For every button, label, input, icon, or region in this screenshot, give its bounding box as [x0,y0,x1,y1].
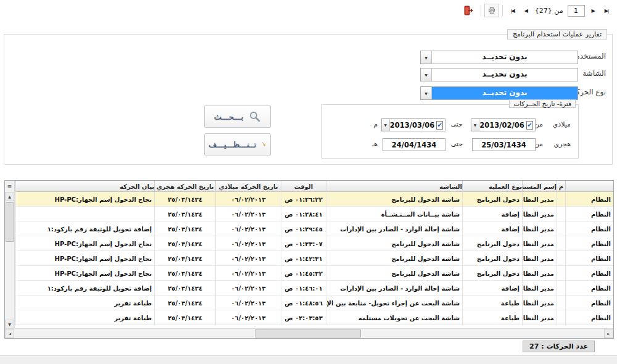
table-cell: النظام [565,221,613,236]
vertical-scrollbar[interactable]: ▲ ▼ [5,192,15,329]
table-row[interactable]: النظاممدير النظامدخول البرنامجشاشة الدخو… [15,251,613,266]
table-cell: مدير النظام [522,266,557,281]
dropdown-button[interactable]: ▼ [382,119,390,131]
table-cell: ٠٦/٠٢/٢٠١٣ [215,192,281,207]
gregorian-to-datepicker[interactable]: ✔ 2013/03/06 ▼ [381,118,445,131]
print-button[interactable] [484,4,499,17]
table-cell: دخول البرنامج [462,192,522,207]
gregorian-from-datepicker[interactable]: ✔ 2013/02/06 ▼ [471,118,536,131]
table-row[interactable]: النظاممدير النظامإضافةشاشة بيــانات المـ… [15,207,613,221]
table-row[interactable]: النظاممدير النظامدخول البرنامجشاشة الدخو… [15,266,613,281]
table-cell: شاشة الدخول للبرنامج [326,192,462,207]
nav-move-prev-button[interactable]: ▶ [587,4,599,17]
dropdown-button[interactable]: ▼ [471,119,479,131]
grid-corner-button[interactable]: ≡ [5,181,15,192]
action-type-filter-combo[interactable]: بدون تحديــد ▼ [420,86,578,100]
top-toolbar: ▶| ▶ من {27} ◀ |◀ [458,3,613,18]
screen-filter-combo[interactable]: بدون تحديــد ▼ [420,68,578,81]
table-cell: طباعة [462,310,522,325]
table-cell: إضافة [462,281,522,296]
nav-move-last-button[interactable]: |◀ [506,4,518,17]
table-row[interactable]: النظاممدير النظامدخول البرنامجشاشة الدخو… [15,236,613,251]
broom-icon [262,138,267,151]
bottom-strip [0,355,617,364]
table-row[interactable]: النظاممدير النظامطباعةشاشة البحث عن إجرا… [15,296,613,310]
dropdown-button[interactable]: ▼ [421,68,432,81]
table-cell: نجاح الدخول إسم الجهاز:HP-PC [15,192,154,207]
table-cell: النظام [565,192,613,207]
table-cell: ٠١:٢٩:٤٥ ص [281,221,326,236]
column-header[interactable]: بيان الحركة [15,181,154,192]
check-icon: ✔ [527,122,532,128]
table-cell: ٠٦/٠٢/٢٠١٣ [215,281,281,296]
exit-icon [463,6,473,15]
table-cell: ٢٥/٠٣/١٤٣٤ [154,236,215,251]
table-cell: دخول البرنامج [462,266,522,281]
column-header[interactable]: تاريخ الحركة ميلادي [215,181,281,192]
table-cell: دخول البرنامج [462,251,522,266]
clean-button[interactable]: تــنـــظـــيـــف [204,133,271,155]
table-row[interactable]: النظاممدير النظامدخول البرنامجشاشة الدخو… [15,192,613,207]
table-cell [15,207,154,221]
table-cell: ٠١:٤٢:٣١ ص [281,251,326,266]
table-cell: مدير النظام [522,207,557,221]
table-cell: ٠١:٤٥:٣٢ ص [281,266,326,281]
move-last-icon: |◀ [510,8,514,14]
dropdown-button[interactable]: ▼ [421,87,432,99]
table-cell: إضافة [462,207,522,221]
table-row[interactable]: النظاممدير النظامإضافةشاشة إحالة الوارد … [15,221,613,236]
table-cell [557,281,565,296]
hijri-from-input[interactable] [472,138,536,151]
table-cell: ٢٥/٠٣/١٤٣٤ [154,221,215,236]
table-cell: ٠٦/٠٢/٢٠١٣ [215,251,281,266]
table-cell: شاشة بيــانات المــنـشــأة [326,207,462,221]
page-title: تقارير عمليات استخدام البرنامج [507,29,607,39]
scroll-right-button[interactable]: ► [604,329,613,338]
nav-move-first-button[interactable]: ▶| [600,4,613,17]
nav-position-input[interactable] [568,5,585,17]
column-header[interactable]: إسم المستخدم [522,181,557,192]
column-header[interactable] [565,181,613,192]
scroll-left-button[interactable]: ◄ [5,329,14,338]
table-cell: ٠٢:٠٣:٥٣ ص [281,310,326,325]
table-row[interactable]: النظاممدير النظامطباعةشاشة البحث عن تحوي… [15,310,613,325]
date-range-group-title: فترة- تاريخ الحــركات [509,99,576,108]
gregorian-label: ميلادي [553,120,571,128]
column-header[interactable]: الشاشة [326,181,462,192]
exit-button[interactable] [459,4,478,17]
date-enabled-checkbox[interactable]: ✔ [526,121,533,130]
column-header[interactable]: الوقت [281,181,326,192]
table-cell: طباعة تقرير [15,296,154,310]
dropdown-button[interactable]: ▼ [421,51,432,64]
table-cell: إضافة [462,221,522,236]
hijri-to-input[interactable] [383,138,445,151]
scroll-down-button[interactable]: ▼ [5,320,14,329]
date-enabled-checkbox[interactable]: ✔ [436,121,443,130]
vertical-scroll-thumb[interactable] [6,202,14,242]
user-filter-combo[interactable]: بدون تحديــد ▼ [420,51,578,64]
data-grid: ≡ مإسم المستخدمنوع العمليةالشاشةالوقتتار… [4,180,614,339]
up-arrow-icon: ▲ [8,194,11,199]
column-header[interactable]: م [557,181,565,192]
table-cell: ٠٦/٠٢/٢٠١٣ [215,310,281,325]
column-header[interactable]: نوع العملية [462,181,522,192]
table-cell: نجاح الدخول إسم الجهاز:HP-PC [15,236,154,251]
table-cell: مدير النظام [522,221,557,236]
chevron-down-icon: ▼ [424,91,428,96]
table-cell: إضافة تحويل للوثيقة رقم باركود:١ [15,221,154,236]
hijri-era-suffix: هـ [372,140,378,148]
search-button[interactable]: بـــحـــث [204,105,271,128]
left-arrow-icon: ◄ [8,331,11,336]
right-arrow-icon: ► [607,331,610,336]
toolbar-separator [481,5,481,16]
horizontal-scrollbar[interactable]: ◄ ► [5,328,613,338]
table-cell: شاشة البحث عن تحويلات مستلمه [326,310,462,325]
table-cell: ٢٥/٠٣/١٤٣٤ [154,266,215,281]
table-row[interactable]: النظاممدير النظامإضافةشاشة إحالة الوارد … [15,281,613,296]
table-cell: نجاح الدخول إسم الجهاز:HP-PC [15,266,154,281]
horizontal-scroll-thumb[interactable] [255,329,361,337]
column-header[interactable]: تاريخ الحركة هجري [154,181,215,192]
table-cell [557,207,565,221]
scroll-up-button[interactable]: ▲ [5,192,14,201]
nav-move-next-button[interactable]: ◀ [520,4,532,17]
